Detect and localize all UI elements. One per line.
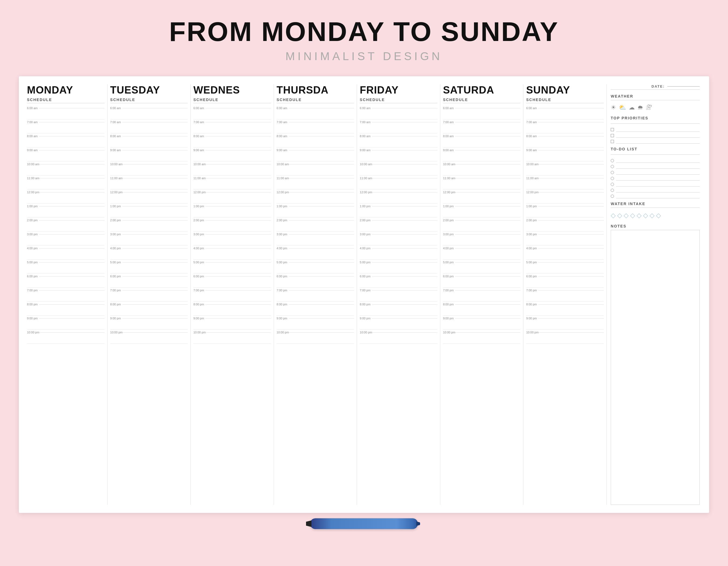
- time-line: [122, 276, 188, 277]
- drop-1: ◇: [611, 212, 616, 219]
- water-section: WATER INTAKE ◇ ◇ ◇ ◇ ◇ ◇ ◇ ◇: [611, 202, 700, 221]
- time-label: 6:00 am: [193, 106, 205, 110]
- time-label: 5:00 pm: [110, 260, 122, 264]
- circle-3: [611, 171, 614, 174]
- time-row: 7:00 am: [193, 119, 271, 133]
- date-row: DATE:: [611, 84, 700, 90]
- time-row: 12:00 pm: [443, 190, 521, 204]
- time-row: 8:00 pm: [526, 301, 604, 315]
- time-row: 10:00 pm: [443, 329, 521, 344]
- circle-6: [611, 189, 614, 192]
- time-row: 9:00 am: [193, 148, 271, 162]
- checkbox-2: [611, 134, 614, 137]
- day-title-thursday: THURSDA: [277, 84, 354, 96]
- circle-4: [611, 177, 614, 180]
- time-row: 12:00 pm: [277, 190, 354, 204]
- time-label: 8:00 am: [193, 134, 205, 138]
- time-line: [289, 290, 354, 290]
- sun-icon: ☀: [611, 104, 616, 111]
- time-label: 9:00 pm: [193, 316, 205, 320]
- schedule-label-saturday: SCHEDULE: [443, 98, 521, 103]
- time-label: 10:00 am: [193, 162, 206, 166]
- time-label: 10:00 pm: [443, 330, 455, 334]
- time-label: 12:00 pm: [360, 190, 372, 194]
- time-line: [538, 248, 604, 249]
- time-row: 6:00 am: [360, 105, 437, 119]
- time-line: [289, 206, 354, 207]
- time-label: 8:00 am: [526, 134, 538, 138]
- time-line: [538, 122, 604, 122]
- todo-item-6: [611, 188, 700, 193]
- time-line: [372, 206, 437, 207]
- time-label: 9:00 am: [443, 148, 455, 152]
- time-line: [122, 318, 188, 318]
- time-label: 10:00 am: [27, 162, 39, 166]
- time-line: [39, 290, 105, 290]
- todo-line-1: [616, 159, 700, 163]
- time-line: [289, 122, 354, 122]
- time-row: 6:00 pm: [193, 274, 271, 287]
- time-line: [205, 262, 271, 263]
- time-line: [122, 122, 188, 122]
- notes-section: NOTES: [611, 224, 700, 505]
- time-label: 12:00 pm: [526, 190, 538, 194]
- time-row: 12:00 pm: [526, 190, 604, 204]
- time-label: 9:00 pm: [443, 316, 455, 320]
- date-line: [667, 86, 700, 87]
- priority-item-3: [611, 139, 700, 144]
- time-row: 3:00 pm: [443, 232, 521, 246]
- time-row: 5:00 pm: [27, 260, 105, 274]
- time-row: 9:00 pm: [443, 315, 521, 329]
- time-line: [455, 220, 521, 221]
- time-label: 11:00 am: [360, 176, 372, 180]
- time-line: [372, 192, 437, 193]
- time-line: [39, 248, 105, 249]
- time-line: [122, 220, 188, 221]
- time-label: 1:00 pm: [277, 204, 289, 208]
- time-label: 11:00 am: [193, 176, 206, 180]
- time-line: [122, 178, 188, 179]
- time-line: [289, 276, 354, 277]
- time-row: 6:00 am: [27, 105, 105, 119]
- time-row: 6:00 am: [443, 105, 521, 119]
- time-row: 6:00 pm: [443, 274, 521, 287]
- time-row: 11:00 am: [27, 176, 105, 190]
- time-label: 10:00 am: [360, 162, 372, 166]
- time-row: 10:00 pm: [277, 329, 354, 344]
- time-line: [39, 234, 105, 235]
- time-row: 5:00 pm: [193, 260, 271, 274]
- time-row: 3:00 pm: [277, 232, 354, 246]
- weather-section: WEATHER ☀ ⛅ ☁ 🌧 ⛈: [611, 94, 700, 113]
- time-label: 9:00 am: [27, 148, 39, 152]
- time-line: [205, 276, 271, 277]
- todo-item-7: [611, 194, 700, 198]
- time-line: [122, 290, 188, 290]
- time-row: 9:00 pm: [193, 315, 271, 329]
- time-label: 7:00 am: [27, 120, 39, 124]
- time-row: 1:00 pm: [443, 204, 521, 218]
- weather-divider: [611, 100, 700, 100]
- circle-7: [611, 195, 614, 198]
- time-label: 3:00 pm: [27, 232, 39, 236]
- time-label: 6:00 am: [277, 106, 289, 110]
- time-row: 7:00 pm: [27, 287, 105, 301]
- time-row: 8:00 am: [360, 133, 437, 148]
- time-row: 12:00 pm: [360, 190, 437, 204]
- time-line: [39, 276, 105, 277]
- time-line: [39, 206, 105, 207]
- time-row: 8:00 am: [193, 133, 271, 148]
- time-row: 4:00 pm: [110, 246, 188, 260]
- time-row: 8:00 pm: [360, 301, 437, 315]
- time-row: 3:00 pm: [360, 232, 437, 246]
- time-label: 5:00 pm: [277, 260, 289, 264]
- time-line: [538, 178, 604, 179]
- time-label: 12:00 pm: [443, 190, 455, 194]
- time-label: 4:00 pm: [526, 246, 538, 250]
- time-label: 6:00 am: [526, 106, 538, 110]
- time-label: 10:00 pm: [193, 330, 206, 334]
- time-row: 3:00 pm: [193, 232, 271, 246]
- notes-title: NOTES: [611, 224, 700, 228]
- time-label: 8:00 am: [27, 134, 39, 138]
- time-label: 10:00 pm: [110, 330, 123, 334]
- time-line: [289, 318, 354, 318]
